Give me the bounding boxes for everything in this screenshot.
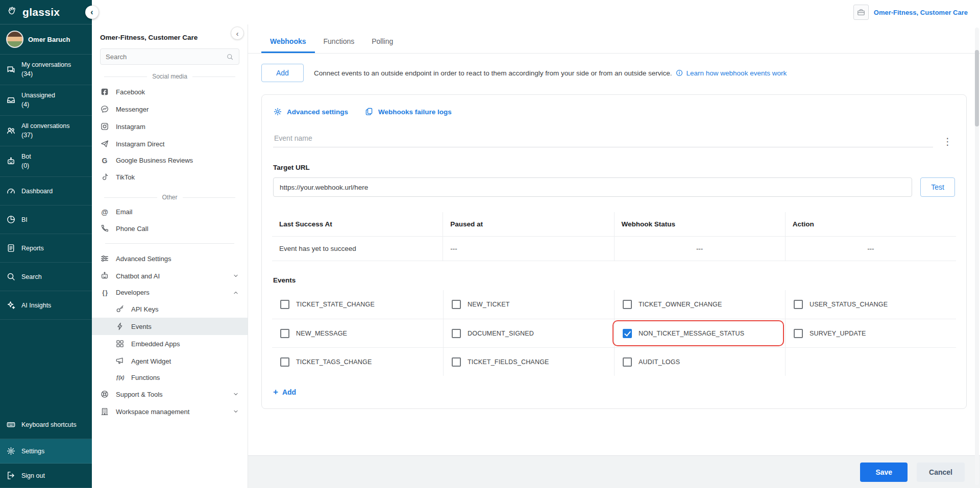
event-option-label: USER_STATUS_CHANGE (810, 301, 888, 308)
settings-item-label: Events (131, 323, 152, 330)
sidebar-item-google-business-reviews[interactable]: G Google Business Reviews (92, 152, 248, 168)
sidebar-item-bi[interactable]: BI (0, 206, 92, 234)
checkbox-icon[interactable] (623, 357, 632, 367)
checkbox-icon[interactable] (452, 357, 461, 367)
table-header: Paused at (443, 212, 614, 236)
event-option[interactable]: TICKET_STATE_CHANGE (272, 290, 443, 319)
save-button[interactable]: Save (860, 463, 908, 482)
messenger-icon (100, 105, 109, 114)
sidebar-item-all-conversations[interactable]: All conversations(37) (0, 116, 92, 146)
checkbox-icon[interactable] (452, 300, 461, 309)
sidebar-item-email[interactable]: @ Email (92, 204, 248, 220)
event-option[interactable]: SURVEY_UPDATE (785, 319, 956, 347)
target-url-row: Test (272, 177, 956, 197)
tab-polling[interactable]: Polling (363, 30, 402, 53)
sidebar-item-api-keys[interactable]: API Keys (92, 300, 248, 318)
table-header-row: Last Success At Paused at Webhook Status… (272, 212, 956, 237)
sidebar-group-developers[interactable]: { } Developers (92, 285, 248, 300)
checkbox-icon[interactable] (623, 329, 632, 338)
event-option[interactable]: TICKET_OWNER_CHANGE (614, 290, 785, 319)
sidebar-item-functions[interactable]: ƒ(x) Functions (92, 370, 248, 386)
add-webhook-button[interactable]: Add (261, 64, 304, 82)
learn-link[interactable]: Learn how webhook events work (687, 69, 787, 77)
add-event-link[interactable]: + Add (272, 376, 297, 401)
sidebar-item-messenger[interactable]: Messenger (92, 100, 248, 118)
nav-label: Search (21, 273, 42, 280)
workspace-account-button[interactable]: Omer-Fitness, Customer Care (874, 9, 968, 16)
sidebar-item-sign-out[interactable]: Sign out (0, 464, 92, 488)
event-option[interactable]: NEW_TICKET (443, 290, 614, 319)
briefcase-icon (856, 8, 866, 17)
settings-group-label: Workspace management (116, 408, 189, 416)
cancel-button[interactable]: Cancel (917, 463, 965, 482)
gear-icon (6, 446, 16, 456)
table-cell: --- (786, 237, 956, 261)
event-option-label: TICKET_STATE_CHANGE (296, 301, 375, 308)
add-event-label: Add (282, 388, 296, 396)
building-icon (100, 407, 109, 416)
logo-row: glassix ‹ (0, 0, 92, 24)
sidebar-item-advanced-settings[interactable]: Advanced Settings (92, 250, 248, 267)
sidebar-item-instagram[interactable]: Instagram (92, 118, 248, 135)
kebab-menu-icon[interactable]: ⋮ (940, 136, 955, 147)
report-icon (6, 243, 16, 253)
sidebar-item-keyboard-shortcuts[interactable]: Keyboard shortcuts (0, 410, 92, 439)
sidebar-collapse-button[interactable]: ‹ (85, 6, 99, 19)
advanced-settings-link[interactable]: Advanced settings (273, 107, 348, 116)
gear-icon (273, 107, 282, 116)
sidebar-item-phone-call[interactable]: Phone Call (92, 220, 248, 237)
sidebar-item-unassigned[interactable]: Unassigned(4) (0, 85, 92, 116)
failure-logs-link[interactable]: Webhooks failure logs (364, 107, 452, 116)
sidebar-item-events[interactable]: Events (92, 318, 248, 335)
sidebar-item-agent-widget[interactable]: Agent Widget (92, 352, 248, 370)
sidebar-item-reports[interactable]: Reports (0, 234, 92, 263)
description-text: Connect events to an outside endpoint in… (314, 69, 672, 77)
app-root: glassix ‹ Omer Baruch My conversations(3… (0, 0, 980, 488)
chevron-up-icon (232, 289, 239, 296)
event-option-label: AUDIT_LOGS (639, 358, 680, 366)
event-option[interactable]: TICKET_FIELDS_CHANGE (443, 347, 614, 376)
tab-functions[interactable]: Functions (315, 30, 363, 53)
search-icon (226, 53, 234, 61)
sidebar-item-ai-insights[interactable]: AI Insights (0, 291, 92, 320)
tab-webhooks[interactable]: Webhooks (261, 30, 315, 53)
event-name-input[interactable] (273, 130, 933, 147)
sidebar-group-support-tools[interactable]: Support & Tools (92, 386, 248, 403)
event-option-highlighted[interactable]: NON_TICKET_MESSAGE_STATUS (614, 319, 785, 347)
scrollbar-thumb[interactable] (975, 50, 979, 126)
sidebar-group-workspace-management[interactable]: Workspace management (92, 403, 248, 420)
event-option[interactable]: DOCUMENT_SIGNED (443, 319, 614, 347)
event-option[interactable]: NEW_MESSAGE (272, 319, 443, 347)
event-option[interactable]: TICKET_TAGS_CHANGE (272, 347, 443, 376)
event-option[interactable]: AUDIT_LOGS (614, 347, 785, 376)
webhook-card: Advanced settings Webhooks failure logs … (261, 94, 967, 409)
table-cell: --- (443, 237, 614, 261)
checkbox-icon[interactable] (452, 329, 461, 338)
sidebar-item-search[interactable]: Search (0, 263, 92, 291)
user-profile-item[interactable]: Omer Baruch (0, 24, 92, 55)
table-header: Last Success At (272, 212, 443, 236)
panel-collapse-button[interactable]: ‹ (231, 27, 244, 40)
checkbox-icon[interactable] (794, 300, 803, 309)
scrollbar-track[interactable] (975, 28, 979, 485)
sidebar-item-tiktok[interactable]: TikTok (92, 168, 248, 186)
sidebar-item-bot[interactable]: Bot(0) (0, 146, 92, 177)
sidebar-item-dashboard[interactable]: Dashboard (0, 177, 92, 206)
sidebar-item-instagram-direct[interactable]: Instagram Direct (92, 135, 248, 152)
checkbox-icon[interactable] (280, 357, 289, 367)
settings-search-input[interactable] (106, 53, 222, 61)
sidebar-group-chatbot-and-ai[interactable]: Chatbot and AI (92, 267, 248, 285)
sliders-icon (100, 254, 109, 263)
target-url-input[interactable] (273, 177, 912, 197)
event-option[interactable]: USER_STATUS_CHANGE (785, 290, 956, 319)
checkbox-icon[interactable] (280, 329, 289, 338)
chat-icon (6, 65, 16, 74)
checkbox-icon[interactable] (280, 300, 289, 309)
settings-item-label: Google Business Reviews (116, 157, 193, 164)
checkbox-icon[interactable] (623, 300, 632, 309)
sidebar-item-my-conversations[interactable]: My conversations(34) (0, 55, 92, 85)
test-button[interactable]: Test (920, 177, 955, 197)
sidebar-item-settings[interactable]: Settings (0, 439, 92, 464)
sidebar-item-facebook[interactable]: Facebook (92, 83, 248, 100)
sidebar-item-embedded-apps[interactable]: Embedded Apps (92, 335, 248, 352)
